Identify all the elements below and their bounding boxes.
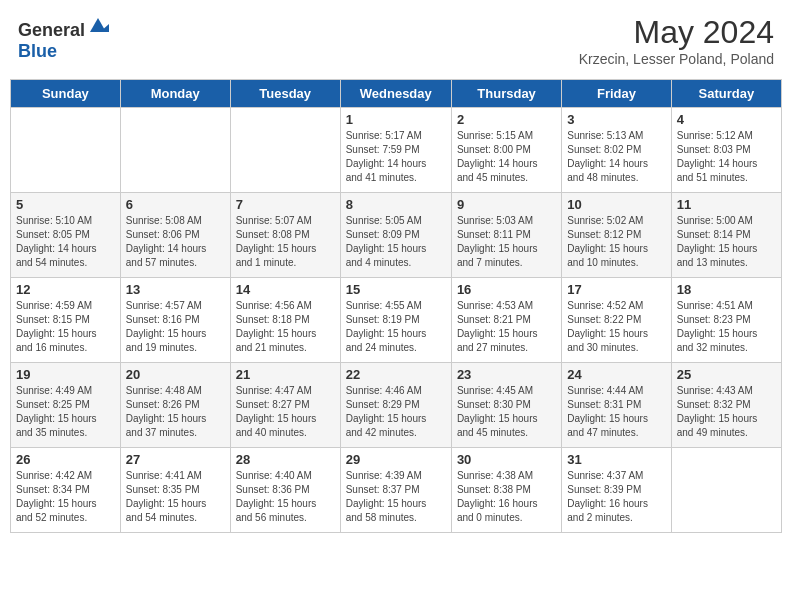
calendar-week-row: 12Sunrise: 4:59 AM Sunset: 8:15 PM Dayli… xyxy=(11,278,782,363)
calendar-day-31: 31Sunrise: 4:37 AM Sunset: 8:39 PM Dayli… xyxy=(562,448,671,533)
day-info: Sunrise: 4:40 AM Sunset: 8:36 PM Dayligh… xyxy=(236,469,335,525)
day-info: Sunrise: 4:42 AM Sunset: 8:34 PM Dayligh… xyxy=(16,469,115,525)
day-number: 23 xyxy=(457,367,556,382)
calendar-day-17: 17Sunrise: 4:52 AM Sunset: 8:22 PM Dayli… xyxy=(562,278,671,363)
calendar-day-4: 4Sunrise: 5:12 AM Sunset: 8:03 PM Daylig… xyxy=(671,108,781,193)
day-info: Sunrise: 4:39 AM Sunset: 8:37 PM Dayligh… xyxy=(346,469,446,525)
day-info: Sunrise: 5:03 AM Sunset: 8:11 PM Dayligh… xyxy=(457,214,556,270)
calendar-header-row: SundayMondayTuesdayWednesdayThursdayFrid… xyxy=(11,80,782,108)
calendar-week-row: 19Sunrise: 4:49 AM Sunset: 8:25 PM Dayli… xyxy=(11,363,782,448)
calendar-day-27: 27Sunrise: 4:41 AM Sunset: 8:35 PM Dayli… xyxy=(120,448,230,533)
day-info: Sunrise: 5:15 AM Sunset: 8:00 PM Dayligh… xyxy=(457,129,556,185)
day-info: Sunrise: 4:45 AM Sunset: 8:30 PM Dayligh… xyxy=(457,384,556,440)
column-header-friday: Friday xyxy=(562,80,671,108)
day-info: Sunrise: 4:47 AM Sunset: 8:27 PM Dayligh… xyxy=(236,384,335,440)
calendar-week-row: 26Sunrise: 4:42 AM Sunset: 8:34 PM Dayli… xyxy=(11,448,782,533)
calendar-day-18: 18Sunrise: 4:51 AM Sunset: 8:23 PM Dayli… xyxy=(671,278,781,363)
calendar-day-25: 25Sunrise: 4:43 AM Sunset: 8:32 PM Dayli… xyxy=(671,363,781,448)
title-block: May 2024 Krzecin, Lesser Poland, Poland xyxy=(579,14,774,67)
day-number: 17 xyxy=(567,282,665,297)
main-title: May 2024 xyxy=(579,14,774,51)
calendar-day-empty xyxy=(230,108,340,193)
column-header-wednesday: Wednesday xyxy=(340,80,451,108)
day-info: Sunrise: 4:53 AM Sunset: 8:21 PM Dayligh… xyxy=(457,299,556,355)
calendar-day-empty xyxy=(120,108,230,193)
day-info: Sunrise: 4:52 AM Sunset: 8:22 PM Dayligh… xyxy=(567,299,665,355)
day-info: Sunrise: 4:43 AM Sunset: 8:32 PM Dayligh… xyxy=(677,384,776,440)
calendar-week-row: 5Sunrise: 5:10 AM Sunset: 8:05 PM Daylig… xyxy=(11,193,782,278)
day-info: Sunrise: 4:48 AM Sunset: 8:26 PM Dayligh… xyxy=(126,384,225,440)
calendar-week-row: 1Sunrise: 5:17 AM Sunset: 7:59 PM Daylig… xyxy=(11,108,782,193)
day-info: Sunrise: 5:00 AM Sunset: 8:14 PM Dayligh… xyxy=(677,214,776,270)
day-info: Sunrise: 4:55 AM Sunset: 8:19 PM Dayligh… xyxy=(346,299,446,355)
day-info: Sunrise: 4:38 AM Sunset: 8:38 PM Dayligh… xyxy=(457,469,556,525)
day-info: Sunrise: 4:59 AM Sunset: 8:15 PM Dayligh… xyxy=(16,299,115,355)
column-header-thursday: Thursday xyxy=(451,80,561,108)
day-number: 4 xyxy=(677,112,776,127)
day-info: Sunrise: 4:46 AM Sunset: 8:29 PM Dayligh… xyxy=(346,384,446,440)
day-number: 25 xyxy=(677,367,776,382)
column-header-sunday: Sunday xyxy=(11,80,121,108)
calendar-day-13: 13Sunrise: 4:57 AM Sunset: 8:16 PM Dayli… xyxy=(120,278,230,363)
calendar-day-19: 19Sunrise: 4:49 AM Sunset: 8:25 PM Dayli… xyxy=(11,363,121,448)
column-header-saturday: Saturday xyxy=(671,80,781,108)
calendar-day-15: 15Sunrise: 4:55 AM Sunset: 8:19 PM Dayli… xyxy=(340,278,451,363)
calendar-day-3: 3Sunrise: 5:13 AM Sunset: 8:02 PM Daylig… xyxy=(562,108,671,193)
logo: General Blue xyxy=(18,14,109,62)
day-number: 26 xyxy=(16,452,115,467)
day-number: 14 xyxy=(236,282,335,297)
day-number: 30 xyxy=(457,452,556,467)
day-number: 10 xyxy=(567,197,665,212)
day-number: 5 xyxy=(16,197,115,212)
calendar-day-1: 1Sunrise: 5:17 AM Sunset: 7:59 PM Daylig… xyxy=(340,108,451,193)
logo-blue: Blue xyxy=(18,41,57,61)
day-number: 31 xyxy=(567,452,665,467)
column-header-monday: Monday xyxy=(120,80,230,108)
calendar-day-29: 29Sunrise: 4:39 AM Sunset: 8:37 PM Dayli… xyxy=(340,448,451,533)
day-number: 19 xyxy=(16,367,115,382)
calendar-day-28: 28Sunrise: 4:40 AM Sunset: 8:36 PM Dayli… xyxy=(230,448,340,533)
day-info: Sunrise: 4:57 AM Sunset: 8:16 PM Dayligh… xyxy=(126,299,225,355)
day-info: Sunrise: 4:49 AM Sunset: 8:25 PM Dayligh… xyxy=(16,384,115,440)
calendar-day-8: 8Sunrise: 5:05 AM Sunset: 8:09 PM Daylig… xyxy=(340,193,451,278)
day-number: 15 xyxy=(346,282,446,297)
day-number: 13 xyxy=(126,282,225,297)
logo-icon xyxy=(87,14,109,36)
day-info: Sunrise: 4:44 AM Sunset: 8:31 PM Dayligh… xyxy=(567,384,665,440)
calendar-day-30: 30Sunrise: 4:38 AM Sunset: 8:38 PM Dayli… xyxy=(451,448,561,533)
page-header: General Blue May 2024 Krzecin, Lesser Po… xyxy=(10,10,782,71)
day-info: Sunrise: 4:37 AM Sunset: 8:39 PM Dayligh… xyxy=(567,469,665,525)
day-info: Sunrise: 5:10 AM Sunset: 8:05 PM Dayligh… xyxy=(16,214,115,270)
day-number: 3 xyxy=(567,112,665,127)
day-number: 29 xyxy=(346,452,446,467)
calendar-day-empty xyxy=(671,448,781,533)
day-number: 9 xyxy=(457,197,556,212)
day-number: 28 xyxy=(236,452,335,467)
calendar-day-20: 20Sunrise: 4:48 AM Sunset: 8:26 PM Dayli… xyxy=(120,363,230,448)
calendar-day-5: 5Sunrise: 5:10 AM Sunset: 8:05 PM Daylig… xyxy=(11,193,121,278)
calendar-day-6: 6Sunrise: 5:08 AM Sunset: 8:06 PM Daylig… xyxy=(120,193,230,278)
calendar-day-11: 11Sunrise: 5:00 AM Sunset: 8:14 PM Dayli… xyxy=(671,193,781,278)
day-number: 24 xyxy=(567,367,665,382)
calendar-day-22: 22Sunrise: 4:46 AM Sunset: 8:29 PM Dayli… xyxy=(340,363,451,448)
day-number: 22 xyxy=(346,367,446,382)
day-info: Sunrise: 4:51 AM Sunset: 8:23 PM Dayligh… xyxy=(677,299,776,355)
calendar-day-2: 2Sunrise: 5:15 AM Sunset: 8:00 PM Daylig… xyxy=(451,108,561,193)
day-number: 18 xyxy=(677,282,776,297)
calendar-day-23: 23Sunrise: 4:45 AM Sunset: 8:30 PM Dayli… xyxy=(451,363,561,448)
calendar-day-26: 26Sunrise: 4:42 AM Sunset: 8:34 PM Dayli… xyxy=(11,448,121,533)
day-info: Sunrise: 5:13 AM Sunset: 8:02 PM Dayligh… xyxy=(567,129,665,185)
subtitle: Krzecin, Lesser Poland, Poland xyxy=(579,51,774,67)
calendar-day-14: 14Sunrise: 4:56 AM Sunset: 8:18 PM Dayli… xyxy=(230,278,340,363)
day-number: 11 xyxy=(677,197,776,212)
calendar-day-24: 24Sunrise: 4:44 AM Sunset: 8:31 PM Dayli… xyxy=(562,363,671,448)
calendar-day-21: 21Sunrise: 4:47 AM Sunset: 8:27 PM Dayli… xyxy=(230,363,340,448)
day-number: 6 xyxy=(126,197,225,212)
day-info: Sunrise: 4:56 AM Sunset: 8:18 PM Dayligh… xyxy=(236,299,335,355)
calendar-day-10: 10Sunrise: 5:02 AM Sunset: 8:12 PM Dayli… xyxy=(562,193,671,278)
calendar-table: SundayMondayTuesdayWednesdayThursdayFrid… xyxy=(10,79,782,533)
logo-general: General xyxy=(18,20,85,40)
day-number: 12 xyxy=(16,282,115,297)
calendar-day-empty xyxy=(11,108,121,193)
day-info: Sunrise: 4:41 AM Sunset: 8:35 PM Dayligh… xyxy=(126,469,225,525)
